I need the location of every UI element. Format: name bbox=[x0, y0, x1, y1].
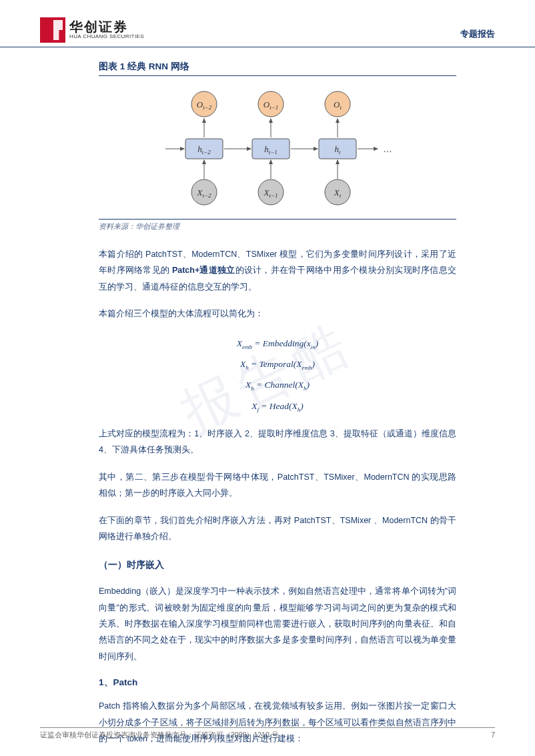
sub-heading-patch: 1、Patch bbox=[99, 677, 456, 689]
figure-title-rule bbox=[99, 75, 456, 76]
figure-title: 图表 1 经典 RNN 网络 bbox=[99, 61, 456, 73]
para-embedding: Embedding（嵌入）是深度学习中一种表示技术，例如自然语言处理中，通常将单… bbox=[99, 583, 456, 665]
svg-text:…: … bbox=[384, 144, 392, 154]
content-area: 图表 1 经典 RNN 网络 Ot−2 Ot−1 Ot ht−2 ht−1 ht bbox=[0, 47, 535, 747]
rnn-svg: Ot−2 Ot−1 Ot ht−2 ht−1 ht Xt−2 Xt−1 Xt bbox=[157, 85, 398, 212]
logo-cn: 华创证券 bbox=[69, 20, 144, 34]
formula-4: Xf = Head(Xh) bbox=[99, 396, 456, 416]
figure-source: 资料来源：华创证券整理 bbox=[99, 219, 456, 232]
para-flow: 上式对应的模型流程为：1、时序嵌入 2、提取时序维度信息 3、提取特征（或通道）… bbox=[99, 426, 456, 458]
para-steps: 其中，第二、第三步在模型骨干网络中体现，PatchTST、TSMixer、Mod… bbox=[99, 469, 456, 502]
formula-block: Xemb = Embedding(xin) Xh = Temporal(Xemb… bbox=[99, 333, 456, 417]
para-intro: 本篇介绍的 PatchTST、ModernTCN、TSMixer 模型，它们为多… bbox=[99, 246, 456, 295]
section-heading-embedding: （一）时序嵌入 bbox=[99, 559, 456, 571]
logo-icon bbox=[40, 17, 65, 43]
header-report-type: 专题报告 bbox=[460, 28, 495, 43]
page-header: 华创证券 HUA CHUANG SECURITIES 专题报告 bbox=[0, 0, 535, 47]
para-simplify: 本篇介绍三个模型的大体流程可以简化为： bbox=[99, 306, 456, 322]
para-next: 在下面的章节，我们首先介绍时序嵌入方法，再对 PatchTST、TSMixer … bbox=[99, 512, 456, 545]
para-patch: Patch 指将输入数据分为多个局部区域，在视觉领域有较多运用。例如一张图片按一… bbox=[99, 698, 456, 747]
logo-en: HUA CHUANG SECURITIES bbox=[69, 34, 144, 39]
formula-3: Xh = Channel(Xh) bbox=[99, 374, 456, 395]
rnn-diagram: Ot−2 Ot−1 Ot ht−2 ht−1 ht Xt−2 Xt−1 Xt bbox=[99, 85, 456, 212]
formula-1: Xemb = Embedding(xin) bbox=[99, 333, 456, 354]
formula-2: Xh = Temporal(Xemb) bbox=[99, 354, 456, 374]
logo-block: 华创证券 HUA CHUANG SECURITIES bbox=[40, 17, 144, 43]
